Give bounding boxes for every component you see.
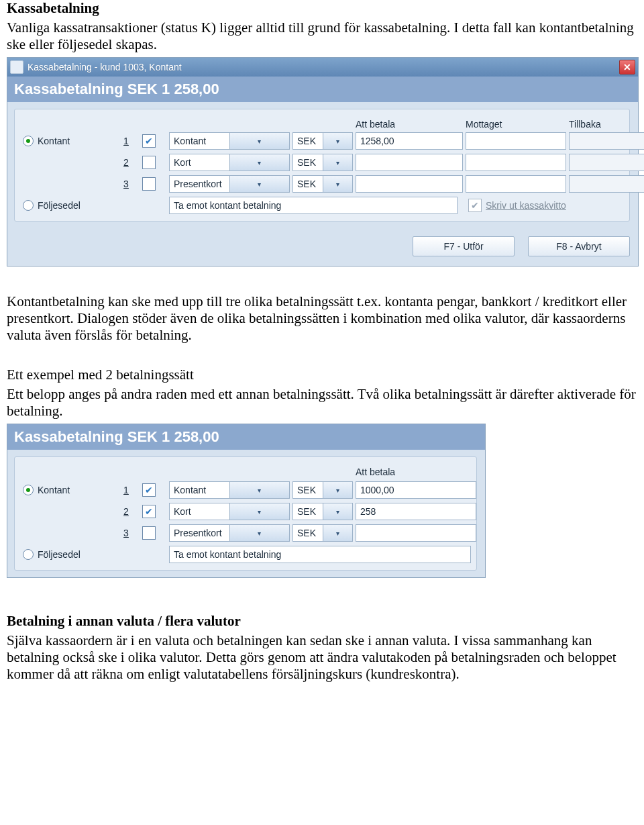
col-mottaget: Mottaget	[466, 119, 566, 130]
label-receipt: Skriv ut kassakvitto	[486, 200, 566, 211]
row-num-1: 1	[113, 136, 140, 146]
method-select-1-value: Kontant	[170, 136, 229, 146]
check-row-2[interactable]	[142, 156, 156, 169]
radio-kontant[interactable]: Kontant	[23, 136, 110, 146]
titlebar-text: Kassabetalning - kund 1003, Kontant	[28, 62, 182, 72]
currency-select-1[interactable]: SEK▾	[292, 132, 353, 150]
currency2-select-3-value: SEK	[293, 528, 323, 538]
message2-field-value: Ta emot kontant betalning	[174, 549, 281, 560]
method-select-2-value: Kort	[170, 157, 229, 168]
chevron-down-icon: ▾	[229, 154, 290, 171]
dialog-header: Kassabetalning SEK 1 258,00	[7, 77, 638, 102]
method-select-1[interactable]: Kontant▾	[169, 132, 290, 150]
chevron-down-icon: ▾	[229, 503, 290, 520]
app-icon	[10, 60, 23, 74]
button-avbryt[interactable]: F8 - Avbryt	[528, 236, 630, 256]
currency-select-3-value: SEK	[293, 179, 323, 189]
check2-row-3[interactable]	[142, 526, 156, 540]
row2-num-2: 2	[113, 506, 140, 517]
currency2-select-2[interactable]: SEK▾	[292, 503, 353, 520]
titlebar: Kassabetalning - kund 1003, Kontant ✕	[7, 58, 638, 77]
received-input-2[interactable]	[466, 154, 566, 171]
message2-field[interactable]: Ta emot kontant betalning	[169, 546, 471, 563]
amount-input-3[interactable]	[356, 175, 463, 193]
radio2-foljesedel-label: Följesedel	[38, 549, 80, 560]
amount2-input-3[interactable]	[356, 524, 476, 542]
radio2-kontant-label: Kontant	[38, 485, 70, 495]
chevron-down-icon: ▾	[323, 503, 353, 520]
amount-input-1[interactable]: 1258,00	[356, 132, 463, 150]
row2-num-1: 1	[113, 485, 140, 495]
check-row-1[interactable]	[142, 134, 156, 148]
change-output-1	[569, 132, 644, 150]
radio2-kontant[interactable]: Kontant	[23, 485, 110, 495]
method-select-2[interactable]: Kort▾	[169, 154, 290, 171]
para-valuta: Själva kassaordern är i en valuta och be…	[7, 632, 637, 683]
payment-fieldset: Att betala Mottaget Tillbaka Kontant 1 K…	[14, 109, 630, 222]
chevron-down-icon: ▾	[229, 482, 290, 498]
heading-example-2: Ett exempel med 2 betalningssätt	[7, 367, 637, 383]
payment-fieldset-2: Att betala Kontant 1 Kontant▾ SEK▾ 1000,…	[14, 456, 477, 571]
button-avbryt-label: F8 - Avbryt	[556, 241, 601, 252]
chevron-down-icon: ▾	[229, 176, 290, 192]
close-icon[interactable]: ✕	[619, 60, 635, 75]
message-field-value: Ta emot kontant betalning	[174, 200, 281, 211]
button-utfor[interactable]: F7 - Utför	[413, 236, 515, 256]
amount2-input-1-value: 1000,00	[360, 485, 394, 495]
currency-select-2[interactable]: SEK▾	[292, 154, 353, 171]
currency2-select-1[interactable]: SEK▾	[292, 481, 353, 499]
method2-select-2[interactable]: Kort▾	[169, 503, 290, 520]
row-num-3: 3	[113, 179, 140, 189]
chevron-down-icon: ▾	[323, 133, 353, 149]
dialog2-header: Kassabetalning SEK 1 258,00	[7, 424, 485, 450]
dialog-kassabetalning-partial: Kassabetalning SEK 1 258,00 Att betala K…	[7, 424, 486, 578]
radio2-foljesedel[interactable]: Följesedel	[23, 549, 110, 560]
chevron-down-icon: ▾	[323, 482, 353, 498]
currency2-select-3[interactable]: SEK▾	[292, 524, 353, 542]
method-select-3-value: Presentkort	[170, 179, 229, 189]
para-kontant: Kontantbetalning kan ske med upp till tr…	[7, 293, 637, 344]
amount2-input-2-value: 258	[360, 506, 376, 517]
check-row-3[interactable]	[142, 177, 156, 191]
currency-select-3[interactable]: SEK▾	[292, 175, 353, 193]
chevron-down-icon: ▾	[229, 133, 290, 149]
currency2-select-2-value: SEK	[293, 506, 323, 517]
chevron-down-icon: ▾	[323, 525, 353, 541]
method2-select-3-value: Presentkort	[170, 528, 229, 538]
chevron-down-icon: ▾	[229, 525, 290, 541]
check2-row-1[interactable]	[142, 483, 156, 497]
check-receipt	[468, 199, 482, 212]
para-example-2: Ett belopp anges på andra raden med ett …	[7, 386, 637, 420]
currency-select-2-value: SEK	[293, 157, 323, 168]
col2-att-betala: Att betala	[356, 467, 476, 477]
method-select-3[interactable]: Presentkort▾	[169, 175, 290, 193]
radio-foljesedel[interactable]: Följesedel	[23, 200, 110, 211]
method2-select-2-value: Kort	[170, 506, 229, 517]
row2-num-3: 3	[113, 528, 140, 538]
dialog-kassabetalning-full: Kassabetalning - kund 1003, Kontant ✕ Ka…	[7, 57, 639, 266]
currency2-select-1-value: SEK	[293, 485, 323, 495]
radio-kontant-label: Kontant	[38, 136, 70, 146]
chevron-down-icon: ▾	[323, 154, 353, 171]
method2-select-1[interactable]: Kontant▾	[169, 481, 290, 499]
change-output-3	[569, 175, 644, 193]
message-field[interactable]: Ta emot kontant betalning	[169, 197, 458, 214]
heading-kassabetalning: Kassabetalning	[7, 0, 637, 17]
radio-foljesedel-label: Följesedel	[38, 200, 80, 211]
amount-input-1-value: 1258,00	[360, 136, 394, 146]
amount-input-2[interactable]	[356, 154, 463, 171]
heading-valuta: Betalning i annan valuta / flera valutor	[7, 613, 637, 630]
method2-select-3[interactable]: Presentkort▾	[169, 524, 290, 542]
para-intro: Vanliga kassatransaktioner (status K) li…	[7, 19, 637, 53]
received-input-3[interactable]	[466, 175, 566, 193]
amount2-input-2[interactable]: 258	[356, 503, 476, 520]
currency-select-1-value: SEK	[293, 136, 323, 146]
amount2-input-1[interactable]: 1000,00	[356, 481, 476, 499]
button-utfor-label: F7 - Utför	[443, 241, 483, 252]
row-num-2: 2	[113, 157, 140, 168]
col-att-betala: Att betala	[356, 119, 463, 130]
chevron-down-icon: ▾	[323, 176, 353, 192]
check2-row-2[interactable]	[142, 505, 156, 518]
change-output-2	[569, 154, 644, 171]
received-input-1[interactable]	[466, 132, 566, 150]
